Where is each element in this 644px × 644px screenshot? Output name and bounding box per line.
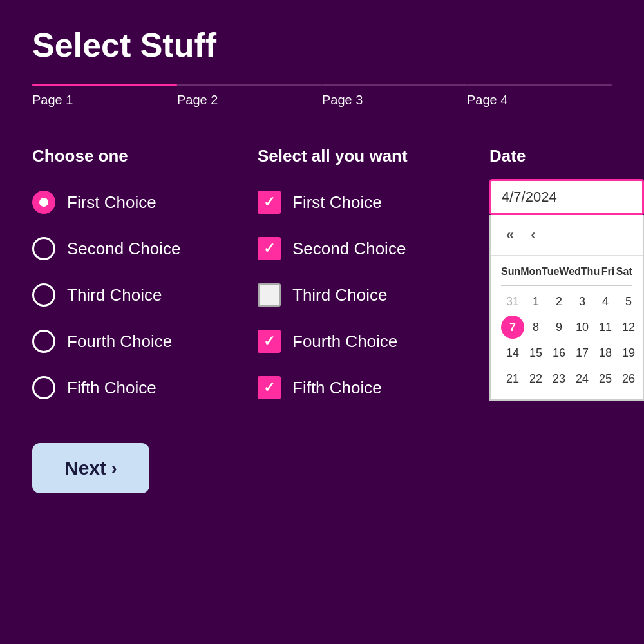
tab-page1[interactable]: Page 1: [32, 84, 177, 114]
checkbox-box-5: [258, 376, 281, 399]
next-chevron-icon: ›: [111, 459, 117, 478]
tab-bar-page1: [32, 84, 177, 86]
checkbox-box-3: [258, 283, 281, 307]
cal-day-15[interactable]: 15: [524, 341, 547, 365]
tabs-container: Page 1 Page 2 Page 3 Page 4: [32, 84, 612, 114]
prev-month-button[interactable]: ‹: [526, 224, 540, 246]
cal-day-23[interactable]: 23: [547, 367, 571, 390]
day-header-thu: Thu: [581, 262, 600, 281]
cal-day-24[interactable]: 24: [571, 367, 594, 390]
next-label: Next: [64, 457, 106, 479]
page-wrapper: Select Stuff Page 1 Page 2 Page 3 Page 4…: [0, 0, 644, 644]
radio-label-1: First Choice: [67, 193, 156, 213]
calendar-grid: Sun Mon Tue Wed Thu Fri Sat 31 1 2 3: [491, 256, 643, 399]
radio-item-4[interactable]: Fourth Choice: [32, 318, 238, 365]
checkbox-label-4: Fourth Choice: [292, 332, 397, 352]
calendar-container: « ‹ Sun Mon Tue Wed Thu Fri Sat: [489, 215, 644, 401]
cal-day-22[interactable]: 22: [524, 367, 547, 390]
cal-day-9[interactable]: 9: [547, 316, 571, 339]
checkbox-item-4[interactable]: Fourth Choice: [258, 318, 470, 365]
calendar-header-row: Sun Mon Tue Wed Thu Fri Sat: [501, 262, 632, 281]
day-header-tue: Tue: [542, 262, 559, 281]
radio-item-1[interactable]: First Choice: [32, 179, 238, 225]
prev-year-button[interactable]: «: [501, 224, 519, 246]
cal-day-21[interactable]: 21: [501, 367, 524, 390]
cal-day-7-today[interactable]: 7: [501, 316, 524, 339]
cal-divider: [501, 285, 632, 286]
cal-day-26[interactable]: 26: [617, 367, 640, 390]
calendar-week-1: 31 1 2 3 4 5 6: [501, 290, 632, 313]
checkbox-section: Select all you want First Choice Second …: [258, 146, 489, 411]
day-header-sat: Sat: [616, 262, 632, 281]
checkbox-label-1: First Choice: [292, 193, 382, 213]
date-input[interactable]: [502, 189, 632, 205]
calendar-week-3: 14 15 16 17 18 19 20: [501, 341, 632, 365]
checkbox-list: First Choice Second Choice Third Choice …: [258, 179, 470, 411]
cal-day-8[interactable]: 8: [524, 316, 547, 339]
checkbox-label-5: Fifth Choice: [292, 378, 382, 398]
cal-day-31[interactable]: 31: [501, 290, 524, 313]
radio-circle-4: [32, 330, 55, 353]
cal-day-14[interactable]: 14: [501, 341, 524, 365]
cal-day-19[interactable]: 19: [617, 341, 640, 365]
tab-page4[interactable]: Page 4: [467, 84, 612, 114]
checkbox-item-5[interactable]: Fifth Choice: [258, 365, 470, 411]
radio-label-4: Fourth Choice: [67, 332, 172, 352]
radio-circle-5: [32, 376, 55, 399]
day-header-wed: Wed: [559, 262, 580, 281]
date-input-wrapper[interactable]: [489, 179, 644, 215]
checkbox-item-1[interactable]: First Choice: [258, 179, 470, 225]
radio-circle-1: [32, 191, 55, 214]
calendar-week-4: 21 22 23 24 25 26 27: [501, 367, 632, 390]
checkbox-box-4: [258, 330, 281, 353]
cal-day-5[interactable]: 5: [617, 290, 640, 313]
checkbox-item-2[interactable]: Second Choice: [258, 225, 470, 272]
radio-label-5: Fifth Choice: [67, 378, 156, 398]
cal-day-1[interactable]: 1: [524, 290, 547, 313]
cal-day-16[interactable]: 16: [547, 341, 571, 365]
cal-day-6[interactable]: 6: [640, 290, 644, 313]
radio-label-2: Second Choice: [67, 239, 180, 259]
page-title: Select Stuff: [32, 26, 612, 64]
cal-day-12[interactable]: 12: [617, 316, 640, 339]
next-button[interactable]: Next ›: [32, 443, 149, 493]
cal-day-17[interactable]: 17: [571, 341, 594, 365]
radio-section: Choose one First Choice Second Choice Th…: [32, 146, 258, 411]
radio-item-2[interactable]: Second Choice: [32, 225, 238, 272]
tab-bar-page2: [177, 84, 322, 86]
calendar-week-2: 7 8 9 10 11 12 13: [501, 316, 632, 339]
checkbox-label-3: Third Choice: [292, 285, 387, 305]
checkbox-box-1: [258, 191, 281, 214]
radio-label-3: Third Choice: [67, 285, 162, 305]
radio-heading: Choose one: [32, 146, 238, 166]
radio-item-5[interactable]: Fifth Choice: [32, 365, 238, 411]
checkbox-item-3[interactable]: Third Choice: [258, 272, 470, 318]
cal-day-3[interactable]: 3: [571, 290, 594, 313]
tab-label-page1: Page 1: [32, 93, 73, 108]
cal-day-13[interactable]: 13: [640, 316, 644, 339]
date-section: Date « ‹ Sun Mon Tue Wed Thu Fri: [489, 146, 644, 401]
radio-item-3[interactable]: Third Choice: [32, 272, 238, 318]
cal-day-10[interactable]: 10: [571, 316, 594, 339]
checkbox-label-2: Second Choice: [292, 239, 406, 259]
tab-label-page4: Page 4: [467, 93, 507, 108]
tab-page3[interactable]: Page 3: [322, 84, 467, 114]
cal-day-27[interactable]: 27: [640, 367, 644, 390]
tab-page2[interactable]: Page 2: [177, 84, 322, 114]
radio-circle-3: [32, 283, 55, 307]
cal-day-11[interactable]: 11: [594, 316, 617, 339]
calendar-nav: « ‹: [491, 215, 643, 256]
tab-bar-page3: [322, 84, 467, 86]
cal-day-4[interactable]: 4: [594, 290, 617, 313]
checkbox-heading: Select all you want: [258, 146, 470, 166]
cal-day-20[interactable]: 20: [640, 341, 644, 365]
tab-bar-page4: [467, 84, 612, 86]
day-header-fri: Fri: [600, 262, 616, 281]
cal-day-25[interactable]: 25: [594, 367, 617, 390]
date-heading: Date: [489, 146, 644, 166]
cal-day-2[interactable]: 2: [547, 290, 571, 313]
radio-circle-2: [32, 237, 55, 260]
day-header-sun: Sun: [501, 262, 520, 281]
cal-day-18[interactable]: 18: [594, 341, 617, 365]
checkbox-box-2: [258, 237, 281, 260]
